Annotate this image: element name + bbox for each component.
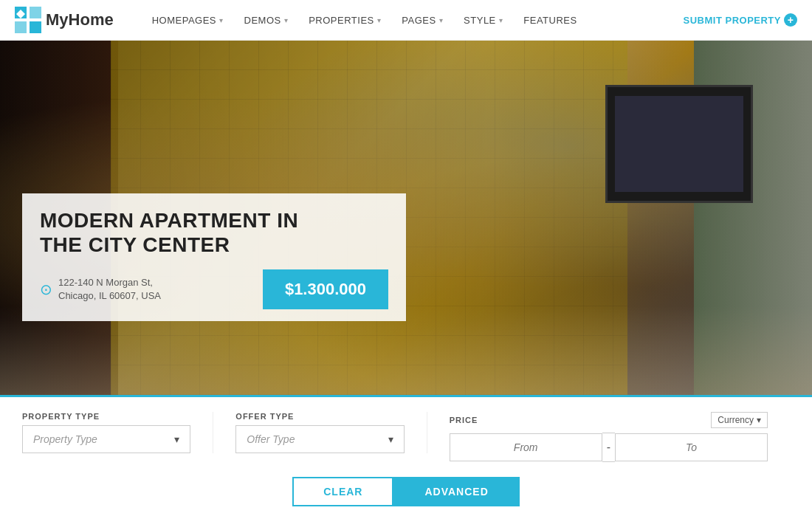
svg-rect-3: [30, 21, 41, 33]
chevron-down-icon: ▾: [388, 433, 393, 445]
price-dash: -: [602, 433, 615, 462]
property-card: MODERN APARTMENT IN THE CITY CENTER ⊙ 12…: [22, 193, 406, 321]
chevron-down-icon: ▾: [757, 415, 761, 425]
svg-rect-1: [30, 7, 41, 18]
offer-type-field: OFFER TYPE Offer Type ▾: [213, 412, 427, 453]
price-to-input[interactable]: [615, 433, 768, 461]
currency-select[interactable]: Currency ▾: [711, 412, 768, 428]
chevron-down-icon: ▾: [284, 16, 289, 24]
property-type-select[interactable]: Property Type ▾: [22, 425, 190, 453]
property-price: $1.300.000: [263, 269, 388, 309]
chevron-down-icon: ▾: [174, 433, 179, 445]
search-buttons: CLEAR ADVANCED: [22, 474, 790, 516]
logo-text: MyHome: [46, 10, 114, 30]
nav-item-properties[interactable]: PROPERTIES ▾: [300, 9, 390, 32]
address-text: 122-140 N Morgan St, Chicago, IL 60607, …: [58, 276, 161, 303]
price-header: PRICE Currency ▾: [450, 412, 768, 428]
chevron-down-icon: ▾: [219, 16, 224, 24]
offer-type-value: Offer Type: [247, 433, 295, 445]
currency-label: Currency: [718, 415, 754, 425]
nav-item-demos[interactable]: DEMOS ▾: [235, 9, 297, 32]
price-field: PRICE Currency ▾ -: [427, 412, 790, 462]
chevron-down-icon: ▾: [439, 16, 444, 24]
svg-rect-2: [15, 21, 27, 33]
offer-type-select[interactable]: Offer Type ▾: [235, 425, 404, 453]
property-bottom: ⊙ 122-140 N Morgan St, Chicago, IL 60607…: [40, 269, 388, 309]
logo-icon: [15, 7, 41, 33]
property-title: MODERN APARTMENT IN THE CITY CENTER: [40, 208, 388, 258]
chevron-down-icon: ▾: [499, 16, 503, 24]
advanced-button[interactable]: ADVANCED: [393, 477, 519, 506]
chevron-down-icon: ▾: [377, 16, 382, 24]
price-inputs: -: [450, 433, 768, 462]
property-address: ⊙ 122-140 N Morgan St, Chicago, IL 60607…: [40, 276, 248, 303]
search-bar: PROPERTY TYPE Property Type ▾ OFFER TYPE…: [0, 395, 812, 516]
logo[interactable]: MyHome: [15, 7, 114, 33]
nav-item-style[interactable]: STYLE ▾: [455, 9, 512, 32]
plus-icon: +: [784, 13, 797, 27]
price-label: PRICE: [450, 416, 478, 424]
nav-item-pages[interactable]: PAGES ▾: [393, 9, 452, 32]
property-type-field: PROPERTY TYPE Property Type ▾: [22, 412, 213, 453]
nav-item-features[interactable]: FEATURES: [515, 9, 585, 32]
hero-section: MODERN APARTMENT IN THE CITY CENTER ⊙ 12…: [0, 41, 812, 395]
clear-button[interactable]: CLEAR: [292, 477, 393, 506]
hero-tv-screen: [615, 96, 744, 193]
price-from-input[interactable]: [450, 433, 602, 461]
property-type-value: Property Type: [33, 433, 97, 445]
submit-property-button[interactable]: SUBMIT PROPERTY +: [684, 13, 797, 27]
search-fields: PROPERTY TYPE Property Type ▾ OFFER TYPE…: [22, 412, 790, 462]
location-pin-icon: ⊙: [40, 281, 52, 298]
offer-type-label: OFFER TYPE: [235, 412, 404, 421]
navbar: MyHome HOMEPAGES ▾ DEMOS ▾ PROPERTIES ▾ …: [0, 0, 812, 41]
nav-links: HOMEPAGES ▾ DEMOS ▾ PROPERTIES ▾ PAGES ▾…: [143, 9, 684, 32]
property-type-label: PROPERTY TYPE: [22, 412, 190, 421]
hero-tv: [605, 85, 753, 203]
nav-item-homepages[interactable]: HOMEPAGES ▾: [143, 9, 233, 32]
